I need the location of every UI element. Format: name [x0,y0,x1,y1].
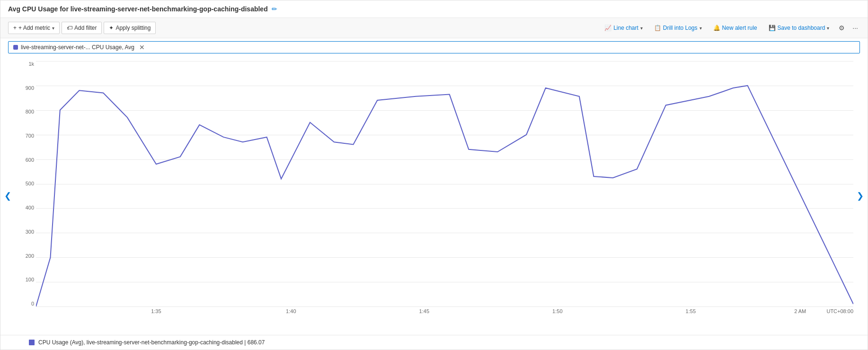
legend-color-swatch [29,340,35,345]
title-bar: Avg CPU Usage for live-streaming-server-… [0,0,868,18]
x-label-135: 1:35 [151,308,161,314]
filter-icon: 🏷 [67,25,72,31]
drill-into-logs-button[interactable]: 📋 Drill into Logs ▾ [650,22,706,34]
y-label-600: 600 [26,157,34,163]
metric-tag-label: live-streaming-server-net-... CPU Usage,… [21,44,134,51]
split-icon: ✦ [109,25,114,31]
chevron-down-icon-4: ▾ [827,26,829,31]
chart-nav-left-button[interactable]: ❮ [0,187,15,205]
x-axis: 1:35 1:40 1:45 1:50 1:55 2 AM UTC+08:00 [36,306,853,316]
x-label-2am: 2 AM [794,308,806,314]
x-label-145: 1:45 [419,308,429,314]
y-label-200: 200 [26,253,34,259]
gear-icon[interactable]: ⚙ [837,22,847,34]
logs-icon: 📋 [654,25,661,31]
save-icon: 💾 [769,25,776,31]
add-filter-button[interactable]: 🏷 Add filter [62,22,102,34]
page: Avg CPU Usage for live-streaming-server-… [0,0,868,350]
legend: CPU Usage (Avg), live-streaming-server-n… [0,335,868,350]
y-label-900: 900 [26,85,34,91]
chevron-down-icon-3: ▾ [700,26,702,31]
metric-tag-close-button[interactable]: ✕ [139,44,145,51]
line-chart-svg [36,61,853,306]
metric-color-dot [13,45,18,50]
save-to-dashboard-button[interactable]: 💾 Save to dashboard ▾ [765,22,833,34]
toolbar: + + Add metric ▾ 🏷 Add filter ✦ Apply sp… [0,18,868,38]
x-label-140: 1:40 [286,308,296,314]
y-label-400: 400 [26,205,34,210]
chart-nav-right-button[interactable]: ❯ [853,187,868,205]
y-label-700: 700 [26,133,34,139]
x-label-150: 1:50 [552,308,562,314]
toolbar-right: 📈 Line chart ▾ 📋 Drill into Logs ▾ 🔔 New… [601,22,860,34]
chevron-down-icon-2: ▾ [640,26,643,31]
y-label-100: 100 [26,277,34,282]
y-label-800: 800 [26,109,34,114]
utc-label: UTC+08:00 [826,308,853,314]
x-label-155: 1:55 [686,308,696,314]
y-axis: 1k 900 800 700 600 500 400 300 200 100 0 [15,56,36,316]
legend-value: 686.07 [248,339,265,346]
y-label-300: 300 [26,229,34,235]
metric-tag: live-streaming-server-net-... CPU Usage,… [8,41,860,53]
toolbar-left: + + Add metric ▾ 🏷 Add filter ✦ Apply sp… [8,22,599,34]
page-title: Avg CPU Usage for live-streaming-server-… [8,5,268,13]
chart-inner: 1k 900 800 700 600 500 400 300 200 100 0 [15,56,853,316]
apply-splitting-button[interactable]: ✦ Apply splitting [104,22,156,34]
plus-icon: + [13,25,17,31]
y-label-1k: 1k [28,61,34,67]
add-metric-button[interactable]: + + Add metric ▾ [8,22,60,34]
line-chart-icon: 📈 [604,25,611,31]
chart-plot: 1:35 1:40 1:45 1:50 1:55 2 AM UTC+08:00 [36,56,853,316]
line-chart-button[interactable]: 📈 Line chart ▾ [601,22,647,34]
chart-area: ❮ ❯ 1k 900 800 700 600 500 400 300 200 1… [0,56,868,335]
edit-icon[interactable]: ✏ [272,5,277,13]
chevron-down-icon: ▾ [52,26,54,31]
y-label-500: 500 [26,181,34,186]
y-label-0: 0 [31,301,34,306]
more-options-icon[interactable]: ··· [850,22,860,34]
alert-icon: 🔔 [713,25,720,31]
new-alert-rule-button[interactable]: 🔔 New alert rule [709,22,761,34]
legend-label: CPU Usage (Avg), live-streaming-server-n… [38,339,265,346]
